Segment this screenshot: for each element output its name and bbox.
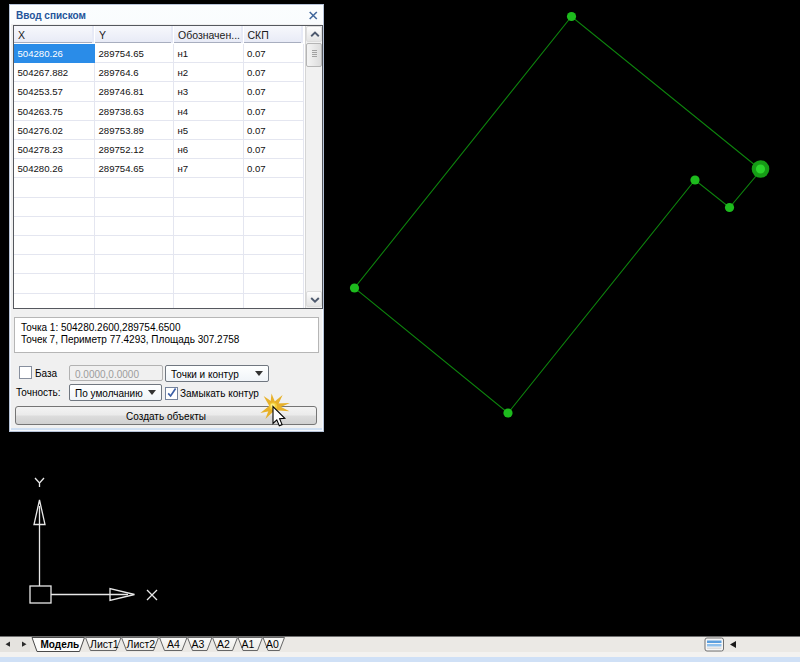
svg-text:Лист2: Лист2 <box>127 638 156 650</box>
svg-text:A4: A4 <box>167 638 180 650</box>
svg-text:Лист1: Лист1 <box>90 638 119 650</box>
svg-text:A0: A0 <box>266 638 279 650</box>
svg-text:Модель: Модель <box>41 639 80 650</box>
svg-text:A3: A3 <box>192 638 205 650</box>
svg-text:A2: A2 <box>217 638 230 650</box>
svg-text:A1: A1 <box>242 638 255 650</box>
